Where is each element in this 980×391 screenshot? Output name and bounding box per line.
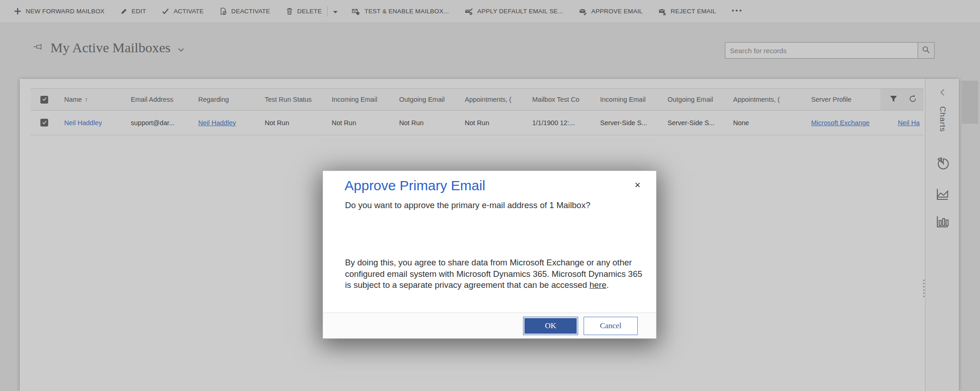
ok-button[interactable]: OK [523,317,578,335]
approve-primary-email-dialog: Approve Primary Email × Do you want to a… [323,171,657,339]
dialog-message: Do you want to approve the primary e-mai… [345,200,590,210]
cancel-button[interactable]: Cancel [584,317,638,335]
privacy-agreement-link[interactable]: here [590,280,607,290]
dialog-body-text: By doing this, you agree to share data f… [345,257,642,291]
dialog-footer: OK Cancel [323,313,656,338]
close-icon[interactable]: × [635,180,640,190]
dialog-title: Approve Primary Email [345,178,485,193]
